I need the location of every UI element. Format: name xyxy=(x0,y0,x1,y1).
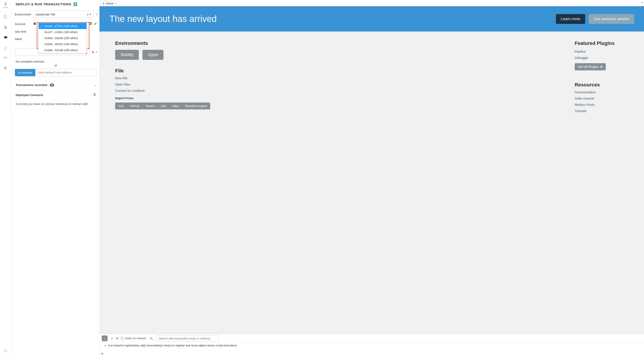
learn-more-button[interactable]: Learn more xyxy=(556,14,585,24)
banner-title: The new layout has arrived xyxy=(109,14,217,24)
ethereum-icon xyxy=(102,2,105,5)
remix-logo: remix xyxy=(2,1,9,10)
caret-icon: ▲▼ xyxy=(87,13,92,16)
solidity-button[interactable]: Solidity xyxy=(115,50,139,60)
panel-status-badge: ■ xyxy=(74,2,77,6)
open-files-link[interactable]: Open Files xyxy=(115,83,210,86)
home-left-col: Environments Solidity Vyper File New Fil… xyxy=(115,40,210,109)
tab-label: Home xyxy=(106,2,113,5)
icon-sidebar: remix xyxy=(0,0,11,356)
import-from-label: Import From: xyxy=(115,96,210,100)
add-account-icon[interactable] xyxy=(33,22,36,26)
import-swarm-button[interactable]: Swarm xyxy=(142,103,158,109)
account-dropdown[interactable]: 0xca3...a733c (100 ether) 0x147...c160c … xyxy=(38,23,87,53)
see-all-plugins-button[interactable]: See all Plugins xyxy=(575,63,606,70)
home-right-col: Featured Plugins Pipeline Debugger See a… xyxy=(575,40,628,113)
panel-title: DEPLOY & RUN TRANSACTIONS ■ xyxy=(15,2,97,6)
terminal-line: Use exports/.register(key, obj)/.remove(… xyxy=(108,344,640,347)
new-file-link[interactable]: New File xyxy=(115,76,210,80)
import-ipfs-button[interactable]: Ipfs xyxy=(158,103,169,109)
previous-version-button[interactable]: Use previous version xyxy=(589,14,634,24)
sign-message-icon[interactable] xyxy=(94,22,97,26)
close-tab-icon[interactable]: ✕ xyxy=(115,2,117,5)
transactions-recorded-row[interactable]: Transactions recorded: 0 ⌄ xyxy=(15,80,97,90)
environment-select[interactable]: JavaScript VM ▲▼ xyxy=(33,10,94,18)
compiler-icon[interactable] xyxy=(1,23,10,31)
terminal-search-input[interactable] xyxy=(156,335,219,342)
tx-recorded-label: Transactions recorded: xyxy=(16,83,48,87)
home-body: Environments Solidity Vyper File New Fil… xyxy=(100,31,644,334)
account-option[interactable]: 0x147...c160c (100 ether) xyxy=(39,29,86,35)
gitter-link[interactable]: Gitter channel xyxy=(575,97,628,100)
import-https-button[interactable]: https xyxy=(169,103,182,109)
analysis-icon[interactable] xyxy=(1,43,10,52)
deploy-run-panel: DEPLOY & RUN TRANSACTIONS ■ Environment … xyxy=(11,0,100,356)
at-address-button[interactable]: At Address xyxy=(15,69,35,76)
settings-icon[interactable] xyxy=(1,347,10,355)
value-label: Value xyxy=(15,37,31,41)
medium-link[interactable]: Medium Posts xyxy=(575,103,628,107)
trash-icon[interactable] xyxy=(93,93,96,97)
file-explorer-icon[interactable] xyxy=(1,12,10,21)
gas-limit-label: Gas limit xyxy=(15,30,31,33)
pending-count: 0 xyxy=(116,337,118,340)
vyper-button[interactable]: Vyper xyxy=(142,50,164,60)
testing-icon[interactable] xyxy=(1,54,10,62)
warning-icon[interactable]: ⊗ xyxy=(92,50,94,54)
account-option[interactable]: 0xca3...a733c (100 ether) xyxy=(39,23,86,29)
copy-address-icon[interactable] xyxy=(89,22,92,26)
tab-bar: Home ✕ ▼ xyxy=(100,0,644,6)
search-icon[interactable]: 🔍 xyxy=(149,337,153,340)
connect-localhost-link[interactable]: Connect to Localhost xyxy=(115,89,210,92)
environment-row: Environment JavaScript VM ▲▼ i xyxy=(15,10,97,18)
terminal-toggle-icon[interactable]: ⌄ xyxy=(102,336,108,341)
deployed-contracts-label: Deployed Contracts xyxy=(16,93,43,97)
account-option[interactable]: 0xdd8...92148 (100 ether) xyxy=(39,47,86,53)
listen-checkbox[interactable] xyxy=(121,337,124,340)
terminal-bar: ⌄ ⊘ 0 listen on network 🔍 xyxy=(100,334,644,343)
deploy-run-icon[interactable] xyxy=(1,33,10,41)
environment-label: Environment xyxy=(15,13,31,16)
plugin-manager-icon[interactable] xyxy=(1,64,10,72)
tutorials-link[interactable]: Tutorials xyxy=(575,109,628,113)
tab-overflow-icon[interactable]: ▼ xyxy=(641,1,643,4)
logo-text: remix xyxy=(3,6,8,8)
pipeline-link[interactable]: Pipeline xyxy=(575,50,628,53)
info-icon[interactable]: i xyxy=(96,12,97,16)
layout-banner: The new layout has arrived Learn more Us… xyxy=(100,6,644,31)
info-icon[interactable]: i xyxy=(96,50,97,54)
import-buttons: Gist GitHub Swarm Ipfs https Resolver-en… xyxy=(115,103,210,109)
or-text: or xyxy=(15,64,97,67)
terminal: ⌄ ⊘ 0 listen on network 🔍 Use exports/.r… xyxy=(100,334,644,356)
see-all-label: See all Plugins xyxy=(578,65,598,69)
main-area: Home ✕ ▼ The new layout has arrived Lear… xyxy=(100,0,644,356)
environment-value: JavaScript VM xyxy=(36,13,55,16)
plug-icon xyxy=(600,65,603,68)
import-gist-button[interactable]: Gist xyxy=(115,103,127,109)
panel-title-text: DEPLOY & RUN TRANSACTIONS xyxy=(16,2,71,6)
import-github-button[interactable]: GitHub xyxy=(127,103,142,109)
chevron-down-icon[interactable]: ⌄ xyxy=(94,84,96,87)
contract-address-input[interactable] xyxy=(35,69,97,76)
svg-point-0 xyxy=(5,351,6,352)
environments-heading: Environments xyxy=(115,40,210,46)
ethereum-icon xyxy=(3,1,8,6)
listen-label: listen on network xyxy=(125,337,146,340)
listen-network-toggle[interactable]: listen on network xyxy=(121,337,146,340)
terminal-prompt[interactable]: > xyxy=(100,352,644,356)
resources-heading: Resources xyxy=(575,82,628,88)
at-address-row: At Address xyxy=(15,69,97,76)
tx-count-badge: 0 xyxy=(50,84,54,87)
deployed-contracts-row: Deployed Contracts xyxy=(15,90,97,100)
account-label: Account xyxy=(15,22,31,26)
featured-plugins-heading: Featured Plugins xyxy=(575,40,628,46)
no-compiled-text: No compiled contracts xyxy=(16,60,97,63)
tab-home[interactable]: Home ✕ xyxy=(100,1,120,6)
no-instances-msg: Currently you have no contract instances… xyxy=(15,100,97,108)
account-option[interactable]: 0x583...40225 (100 ether) xyxy=(39,41,86,47)
debugger-link[interactable]: Debugger xyxy=(575,56,628,60)
ban-icon[interactable]: ⊘ xyxy=(111,337,113,340)
documentation-link[interactable]: Documentation xyxy=(575,90,628,94)
import-resolver-button[interactable]: Resolver-engine xyxy=(182,103,210,109)
account-option[interactable]: 0x4b0...4d2db (100 ether) xyxy=(39,35,86,41)
